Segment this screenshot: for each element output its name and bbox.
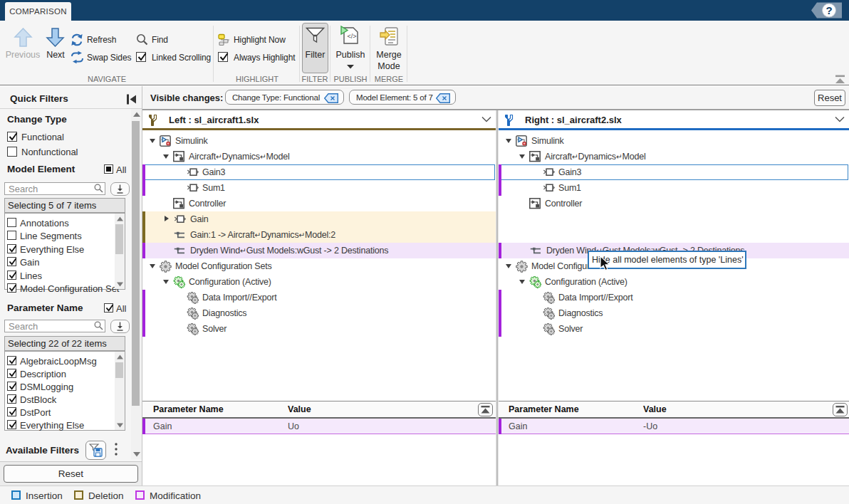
svg-text:</>: </> — [347, 33, 356, 40]
svg-text:?: ? — [825, 4, 832, 16]
